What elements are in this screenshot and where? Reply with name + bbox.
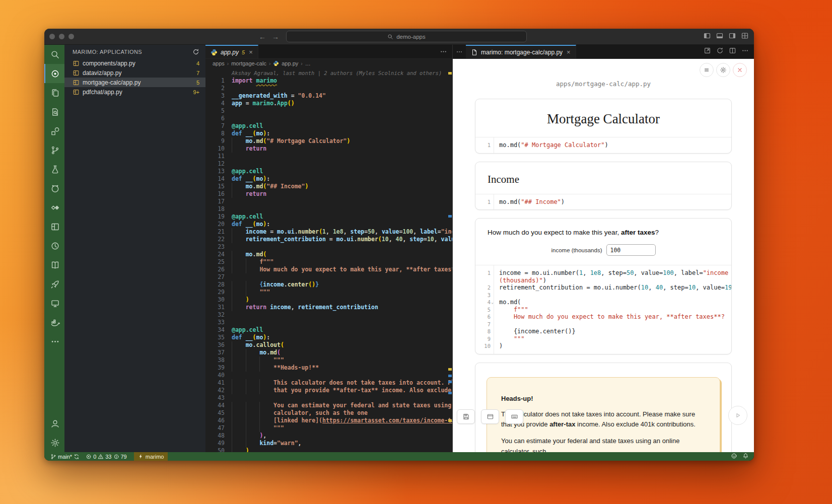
sidebar: MARIMO: APPLICATIONS components/app.py4d… xyxy=(64,45,205,452)
breadcrumb: apps›mortgage-calc›app.py›… xyxy=(205,59,452,68)
git-branch-status[interactable]: main* xyxy=(48,452,82,461)
marimo-app-list: components/app.py4dataviz/app.py7mortgag… xyxy=(64,58,205,97)
panel-left-icon xyxy=(703,32,711,40)
activity-item-diamonds[interactable] xyxy=(44,198,64,217)
code-line: 17 xyxy=(205,198,452,205)
activity-item-gear[interactable] xyxy=(44,433,64,452)
activity-item-rocket[interactable] xyxy=(44,274,64,294)
gear-button[interactable] xyxy=(716,63,730,77)
activity-item-doc-search[interactable] xyxy=(44,102,64,121)
floppy-button[interactable] xyxy=(457,409,475,424)
more-icon xyxy=(741,47,749,54)
overview-ruler[interactable] xyxy=(447,68,452,452)
code-content: mo.md("## Income") xyxy=(494,194,570,210)
code-line: 32 xyxy=(205,311,452,319)
activity-item-book[interactable] xyxy=(44,255,64,274)
sidebar-title: MARIMO: APPLICATIONS xyxy=(73,49,142,55)
panel-bottom-toggle-button[interactable] xyxy=(716,32,724,42)
code-line: 38""" xyxy=(205,356,452,364)
activity-item-files[interactable] xyxy=(44,83,64,102)
cell-code[interactable]: 1234⌄5678910income = mo.ui.number(1, 1e8… xyxy=(475,265,731,354)
history-back-button[interactable]: ← xyxy=(256,33,269,41)
activity-item-account[interactable] xyxy=(44,414,64,433)
python-icon xyxy=(211,49,218,56)
reload-button[interactable] xyxy=(716,47,724,56)
open-external-button[interactable] xyxy=(704,47,711,56)
code-editor[interactable]: Akshay Agrawal, last month | 2 authors (… xyxy=(205,68,452,452)
smiley-button[interactable] xyxy=(731,453,737,460)
close-tab-icon[interactable]: × xyxy=(249,48,253,56)
tab-app-py[interactable]: app.py 5 × xyxy=(205,45,258,58)
line-number: 38 xyxy=(205,356,232,364)
menu-button[interactable] xyxy=(700,63,714,77)
panel-left-toggle-button[interactable] xyxy=(703,32,711,42)
run-button[interactable] xyxy=(728,406,747,425)
code-line: 47""" xyxy=(205,424,452,432)
keyboard-button[interactable] xyxy=(505,409,523,424)
code-line: 26How much do you expect to make this ye… xyxy=(205,266,452,273)
code-line: 35def __(mo): xyxy=(205,334,452,341)
breadcrumb-item[interactable]: mortgage-calc xyxy=(231,60,266,66)
activity-item-monitor[interactable] xyxy=(44,294,64,313)
activity-item-search[interactable] xyxy=(44,45,64,64)
activity-item-docker[interactable] xyxy=(44,313,64,332)
activity-item-history[interactable] xyxy=(44,236,64,255)
line-number: 26 xyxy=(205,266,232,273)
refresh-icon[interactable] xyxy=(192,48,199,55)
menu-icon xyxy=(703,66,710,74)
marimo-extension-status[interactable]: marimo xyxy=(134,452,168,461)
app-list-item[interactable]: dataviz/app.py7 xyxy=(64,68,205,78)
tab-marimo-preview[interactable]: marimo: mortgage-calc/app.py × xyxy=(466,45,576,58)
line-number: 4 xyxy=(205,100,232,107)
layout-grid-toggle-button[interactable] xyxy=(741,32,749,42)
income-number-input[interactable] xyxy=(606,244,656,256)
tab-overflow-icon[interactable] xyxy=(453,45,466,58)
line-number: 12 xyxy=(205,160,232,168)
activity-item-marimo[interactable] xyxy=(44,64,64,83)
breadcrumb-item[interactable]: apps xyxy=(213,60,225,66)
breadcrumb-item[interactable]: app.py xyxy=(282,60,298,66)
command-center-search[interactable]: demo-apps xyxy=(286,31,527,42)
minimize-window-button[interactable] xyxy=(59,34,64,39)
panel-right-toggle-button[interactable] xyxy=(728,32,736,42)
line-number: 9 xyxy=(205,137,232,145)
close-window-button[interactable] xyxy=(49,34,55,39)
line-number: 2 xyxy=(205,85,232,92)
cell-code[interactable]: 1mo.md("## Income") xyxy=(475,194,731,210)
code-line: 37mo.md( xyxy=(205,349,452,356)
activity-item-flask[interactable] xyxy=(44,160,64,179)
activity-item-github[interactable] xyxy=(44,179,64,198)
zap-icon xyxy=(138,454,144,459)
split-button[interactable] xyxy=(729,47,736,56)
code-line: 23 xyxy=(205,243,452,251)
editor-group: app.py 5 × apps›mortgage-calc›app.py›… A… xyxy=(205,45,452,452)
history-forward-button[interactable]: → xyxy=(269,33,282,41)
app-list-item[interactable]: pdfchat/app.py9+ xyxy=(64,87,205,97)
more-button[interactable] xyxy=(741,47,749,56)
window-button[interactable] xyxy=(481,409,499,424)
line-number: 3 xyxy=(205,92,232,100)
close-tab-icon[interactable]: × xyxy=(567,48,571,56)
breadcrumb-item[interactable]: … xyxy=(305,60,311,66)
code-line: 42that you provide **after-tax** income.… xyxy=(205,387,452,394)
app-list-item[interactable]: components/app.py4 xyxy=(64,58,205,68)
tab-badge: 5 xyxy=(242,49,245,55)
activity-item-more[interactable] xyxy=(44,332,64,351)
marimo-icon xyxy=(50,69,60,79)
line-number: 45 xyxy=(205,409,232,417)
close-x-button[interactable] xyxy=(733,63,747,77)
bell-button[interactable] xyxy=(742,453,749,460)
zoom-window-button[interactable] xyxy=(68,34,74,39)
more-actions-icon[interactable] xyxy=(440,48,447,55)
problems-status[interactable]: 0 33 79 xyxy=(84,452,129,461)
cell-code[interactable]: 1mo.md("# Mortgage Calculator") xyxy=(475,137,731,153)
line-number: 28 xyxy=(205,281,232,289)
activity-item-layout[interactable] xyxy=(44,217,64,236)
rocket-icon xyxy=(50,279,60,289)
tab-label: marimo: mortgage-calc/app.py xyxy=(481,49,563,56)
code-line: 30) xyxy=(205,296,452,304)
code-line: 33 xyxy=(205,319,452,326)
activity-item-branch[interactable] xyxy=(44,140,64,160)
app-list-item[interactable]: mortgage-calc/app.py5 xyxy=(64,78,205,87)
activity-item-shapes[interactable] xyxy=(44,121,64,140)
